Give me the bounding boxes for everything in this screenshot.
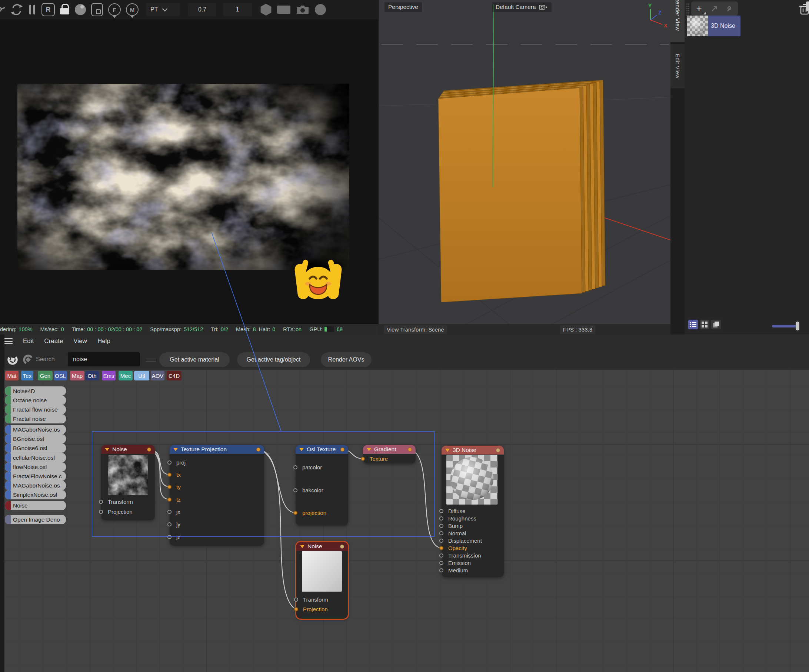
- camera-icon[interactable]: [295, 5, 310, 15]
- input-port-transform[interactable]: Transform: [294, 596, 328, 603]
- input-port-projection[interactable]: Projection: [294, 605, 328, 613]
- port-dot[interactable]: [439, 509, 443, 513]
- get-active-material-button[interactable]: Get active material: [159, 352, 230, 367]
- port-dot[interactable]: [294, 511, 297, 515]
- input-port-roughness[interactable]: Roughness: [439, 514, 477, 522]
- chip-mec[interactable]: Mec: [119, 371, 133, 380]
- node-header[interactable]: Noise: [296, 542, 348, 551]
- node-3d-noise[interactable]: 3D Noise Diffuse Roughness Bump Normal D…: [441, 446, 504, 577]
- sphere-icon[interactable]: [75, 4, 86, 15]
- menu-edit[interactable]: Edit: [23, 338, 34, 345]
- input-port-opacity[interactable]: Opacity: [439, 544, 467, 552]
- node-header[interactable]: Texture Projection: [170, 445, 264, 454]
- render-viewport[interactable]: [0, 19, 378, 324]
- collapse-triangle-icon[interactable]: [445, 449, 450, 452]
- add-material-button[interactable]: +: [691, 2, 707, 15]
- port-dot[interactable]: [439, 568, 443, 572]
- output-port[interactable]: [256, 447, 260, 452]
- input-port-bump[interactable]: Bump: [439, 522, 463, 529]
- octane-logo-dim-icon[interactable]: [22, 353, 35, 366]
- port-dot[interactable]: [168, 522, 171, 526]
- port-dot[interactable]: [294, 488, 297, 492]
- input-port-jz[interactable]: jz: [168, 533, 180, 541]
- circle-icon[interactable]: [315, 4, 326, 15]
- chip-map[interactable]: Map: [70, 371, 84, 380]
- port-dot[interactable]: [439, 553, 443, 558]
- rectangle-icon[interactable]: [277, 5, 290, 14]
- menu-help[interactable]: Help: [97, 338, 111, 345]
- chip-ems[interactable]: Ems: [102, 371, 116, 380]
- palette-item[interactable]: BGnoise6.osl: [5, 444, 66, 453]
- tab-render-view[interactable]: Render View: [670, 0, 685, 42]
- chip-gen[interactable]: Gen: [38, 371, 53, 380]
- camera-label[interactable]: Default Camera: [492, 2, 552, 12]
- palette-item[interactable]: flowNoise.osl: [5, 462, 66, 472]
- menu-create[interactable]: Create: [44, 338, 63, 345]
- port-dot[interactable]: [168, 473, 171, 477]
- port-dot[interactable]: [439, 561, 443, 565]
- input-port-jy[interactable]: jy: [168, 521, 180, 528]
- port-dot[interactable]: [439, 531, 443, 535]
- material-item[interactable]: 3D Noise: [708, 15, 740, 36]
- node-canvas[interactable]: [0, 370, 809, 672]
- m-pin-icon[interactable]: M: [126, 3, 139, 16]
- port-dot[interactable]: [439, 546, 443, 550]
- hexagon-icon[interactable]: [260, 4, 272, 15]
- input-port-tz[interactable]: tz: [168, 496, 181, 503]
- node-noise-2[interactable]: Noise Transform Projection: [296, 542, 348, 619]
- palette-item[interactable]: MAGaborNoise.os: [5, 481, 66, 490]
- port-dot[interactable]: [168, 535, 171, 539]
- port-dot[interactable]: [168, 460, 171, 465]
- f-pin-icon[interactable]: F: [108, 3, 121, 16]
- hamburger-menu-icon[interactable]: [5, 338, 13, 344]
- palette-item[interactable]: Open Image Deno: [5, 515, 66, 524]
- chip-c4d[interactable]: C4D: [167, 371, 181, 380]
- menu-view[interactable]: View: [73, 338, 87, 345]
- collapse-triangle-icon[interactable]: [300, 545, 304, 548]
- output-port[interactable]: [496, 448, 500, 452]
- assign-arrow-button[interactable]: [707, 2, 722, 15]
- node-header[interactable]: Gradient: [363, 445, 416, 454]
- input-port-medium[interactable]: Medium: [439, 566, 468, 574]
- port-dot[interactable]: [99, 500, 103, 504]
- port-dot[interactable]: [168, 497, 171, 502]
- collapse-triangle-icon[interactable]: [299, 448, 304, 451]
- input-port-diffuse[interactable]: Diffuse: [439, 507, 465, 514]
- input-port-transmission[interactable]: Transmission: [439, 552, 481, 559]
- chip-oth[interactable]: Oth: [85, 371, 99, 380]
- input-port-normal[interactable]: Normal: [439, 529, 466, 537]
- port-dot[interactable]: [168, 485, 171, 489]
- palette-item[interactable]: Octane noise: [5, 396, 66, 405]
- palette-item[interactable]: Fractal noise: [5, 414, 66, 423]
- branch-icon[interactable]: [0, 4, 5, 15]
- input-port-projection[interactable]: projection: [294, 509, 326, 516]
- render-aovs-button[interactable]: Render AOVs: [321, 352, 371, 367]
- palette-item[interactable]: BGnoise.osl: [5, 434, 66, 444]
- node-gradient[interactable]: Gradient Texture: [363, 445, 416, 464]
- input-port-jx[interactable]: jx: [168, 508, 180, 515]
- chip-tex[interactable]: Tex: [21, 371, 34, 380]
- palette-item[interactable]: MAGaborNoise.os: [5, 425, 66, 434]
- palette-item[interactable]: Noise4D: [5, 386, 66, 396]
- tab-edit-view[interactable]: Edit View: [670, 44, 685, 88]
- input-port-patcolor[interactable]: patcolor: [294, 464, 322, 471]
- input-port-displacement[interactable]: Displacement: [439, 537, 482, 544]
- refresh-icon[interactable]: [10, 4, 23, 15]
- collapse-triangle-icon[interactable]: [367, 448, 371, 451]
- node-noise-1[interactable]: Noise Transform Projection: [101, 445, 155, 520]
- chip-utl[interactable]: Utl: [134, 371, 149, 380]
- gamma-field[interactable]: 1: [223, 3, 252, 16]
- input-port-ty[interactable]: ty: [168, 483, 181, 491]
- port-dot[interactable]: [439, 524, 443, 528]
- port-dot[interactable]: [294, 598, 298, 601]
- collapse-triangle-icon[interactable]: [173, 448, 178, 451]
- viewport-icon[interactable]: [91, 3, 103, 16]
- thumbnail-size-slider-handle[interactable]: [796, 322, 799, 331]
- input-port-tx[interactable]: tx: [168, 471, 181, 478]
- input-port-proj[interactable]: proj: [168, 459, 186, 466]
- node-header[interactable]: Osl Texture: [295, 445, 348, 454]
- search-input[interactable]: noise: [68, 352, 140, 366]
- port-dot[interactable]: [99, 510, 103, 514]
- input-port-emission[interactable]: Emission: [439, 559, 471, 566]
- splitter-handle[interactable]: [146, 358, 156, 362]
